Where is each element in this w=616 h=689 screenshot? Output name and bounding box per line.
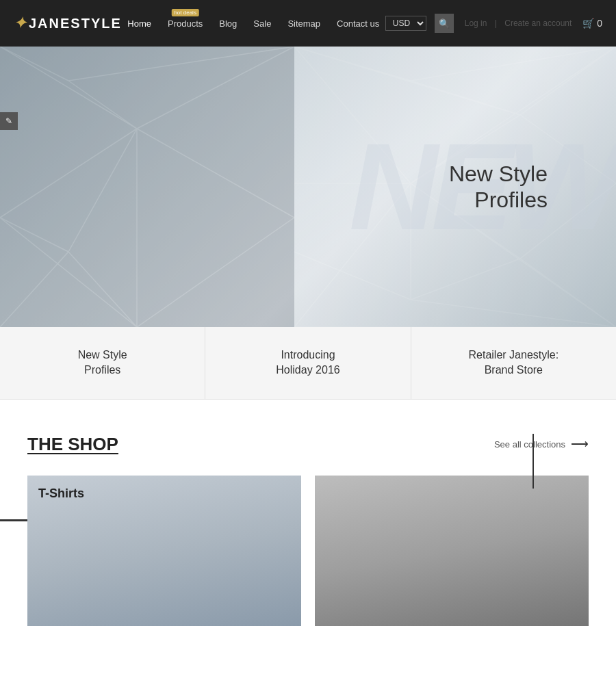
hero-banner: NEW New Style Profiles [0,47,616,327]
nav-item-products[interactable]: hot deals Products [168,18,203,29]
see-all-link[interactable]: See all collections ⟶ [494,437,589,452]
svg-rect-1 [0,47,294,327]
nav-item-home[interactable]: Home [127,18,151,29]
currency-select[interactable]: USD [385,16,426,31]
hero-title-block: New Style Profiles [449,161,548,213]
banner-link-1[interactable]: New Style Profiles [0,327,205,399]
nav-item-sale[interactable]: Sale [253,18,271,29]
product-card-2[interactable] [315,476,589,626]
cart-button[interactable]: 🛒 0 [582,18,602,29]
logo-text: JANESTYLE [29,16,122,31]
edit-icon: ✎ [5,116,12,126]
banner-link-3-title: Retailer Janestyle: Brand Store [425,348,602,378]
login-link[interactable]: Log in [465,18,487,28]
banner-link-2-title: Introducing Holiday 2016 [219,348,396,378]
logo-icon: ✦ [14,14,26,32]
banner-links-bar: New Style Profiles Introducing Holiday 2… [0,327,616,400]
edit-button[interactable]: ✎ [0,112,18,130]
shop-title: THE SHOP [27,434,118,455]
search-button[interactable]: 🔍 [435,14,454,33]
banner-link-2[interactable]: Introducing Holiday 2016 [205,327,411,399]
auth-separator: | [495,18,497,28]
product-label-1: T-Shirts [38,486,84,501]
products-grid: T-Shirts [27,476,589,626]
product-card-1[interactable]: T-Shirts [27,476,301,626]
product-card-2-image [315,476,589,626]
shop-container: THE SHOP See all collections ⟶ T-Shirts [14,434,602,626]
hot-deals-badge: hot deals [171,9,198,16]
cart-count: 0 [597,18,602,29]
shop-header: THE SHOP See all collections ⟶ [27,434,589,455]
left-dash [0,519,27,521]
hero-title: New Style Profiles [449,161,548,213]
nav-item-contact[interactable]: Contact us [337,18,379,29]
nav-item-blog[interactable]: Blog [219,18,237,29]
header-auth: Log in | Create an account [462,18,575,28]
header-right: USD 🔍 Log in | Create an account 🛒 0 [385,14,602,33]
banner-link-1-title: New Style Profiles [14,348,191,378]
site-header: ✦ JANESTYLE Home hot deals Products Blog… [0,0,616,47]
logo[interactable]: ✦ JANESTYLE [14,14,122,32]
main-nav: Home hot deals Products Blog Sale Sitema… [127,18,379,29]
shop-divider [532,434,534,489]
create-account-link[interactable]: Create an account [504,18,572,28]
banner-link-3[interactable]: Retailer Janestyle: Brand Store [411,327,616,399]
model-figure-2 [315,476,589,626]
search-icon: 🔍 [439,18,450,29]
see-all-arrow-icon: ⟶ [571,437,589,452]
shop-section: THE SHOP See all collections ⟶ T-Shirts [0,400,616,640]
see-all-label: See all collections [494,439,565,450]
nav-item-sitemap[interactable]: Sitemap [287,18,320,29]
